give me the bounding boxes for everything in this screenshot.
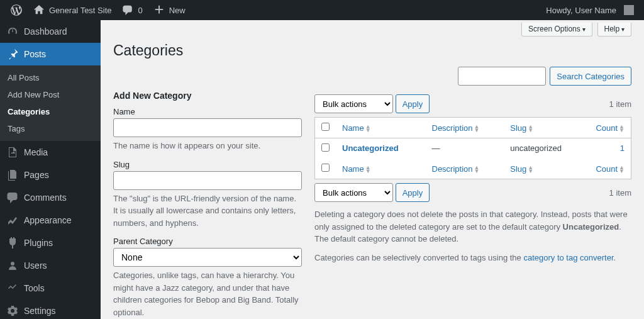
- new-label: New: [169, 6, 186, 15]
- apply-button-bottom[interactable]: Apply: [396, 183, 430, 202]
- sort-icon: ▲▼: [474, 165, 480, 173]
- search-categories-button[interactable]: Search Categories: [550, 67, 631, 86]
- sort-icon: ▲▼: [619, 165, 625, 173]
- parent-select[interactable]: None: [113, 248, 302, 267]
- col-slug[interactable]: Slug▲▼: [510, 123, 533, 133]
- admin-bar: General Test Site 0 New Howdy, User Name: [0, 0, 644, 20]
- row-slug: uncategorized: [504, 138, 587, 159]
- col-slug-foot[interactable]: Slug▲▼: [510, 164, 533, 174]
- slug-input[interactable]: [113, 171, 302, 190]
- sidebar-item-label: Settings: [24, 306, 56, 316]
- sidebar-item-dashboard[interactable]: Dashboard: [0, 20, 101, 43]
- wordpress-icon: [10, 4, 23, 16]
- page-title: Categories: [113, 36, 631, 62]
- row-description: —: [426, 138, 504, 159]
- slug-help: The "slug" is the URL-friendly version o…: [113, 193, 302, 230]
- row-name-link[interactable]: Uncategorized: [342, 143, 399, 153]
- bulk-actions-top[interactable]: Bulk actions: [314, 94, 393, 113]
- help-button[interactable]: Help: [597, 23, 631, 36]
- admin-sidebar: Dashboard Posts All Posts Add New Post C…: [0, 20, 101, 319]
- sort-icon: ▲▼: [365, 165, 371, 173]
- sidebar-item-label: Appearance: [24, 215, 72, 225]
- pin-icon: [6, 48, 19, 60]
- sidebar-item-appearance[interactable]: Appearance: [0, 209, 101, 232]
- apply-button-top[interactable]: Apply: [396, 94, 430, 113]
- sidebar-item-media[interactable]: Media: [0, 141, 101, 164]
- bulk-actions-bottom[interactable]: Bulk actions: [314, 183, 393, 202]
- sidebar-item-posts[interactable]: Posts: [0, 43, 101, 65]
- wp-logo[interactable]: [5, 0, 28, 20]
- submenu-add-new-post[interactable]: Add New Post: [0, 86, 101, 103]
- row-checkbox[interactable]: [321, 143, 330, 152]
- sidebar-item-users[interactable]: Users: [0, 254, 101, 277]
- col-name[interactable]: Name▲▼: [342, 123, 371, 133]
- plugins-icon: [6, 237, 19, 249]
- table-row: Uncategorized — uncategorized 1: [315, 138, 631, 159]
- sidebar-item-tools[interactable]: Tools: [0, 277, 101, 299]
- screen-options-button[interactable]: Screen Options: [521, 23, 592, 36]
- comments-link[interactable]: 0: [116, 0, 147, 20]
- items-count-bottom: 1 item: [609, 188, 631, 198]
- name-help: The name is how it appears on your site.: [113, 140, 302, 152]
- select-all-bottom[interactable]: [321, 164, 330, 172]
- parent-label: Parent Category: [113, 237, 302, 246]
- comments-count: 0: [138, 6, 142, 15]
- sidebar-item-label: Posts: [24, 49, 46, 59]
- comments-icon: [6, 191, 19, 204]
- submenu-categories[interactable]: Categories: [0, 103, 101, 120]
- sidebar-item-label: Plugins: [24, 238, 53, 248]
- sidebar-item-label: Pages: [24, 170, 49, 180]
- howdy-link[interactable]: Howdy, User Name: [541, 0, 639, 20]
- col-description[interactable]: Description▲▼: [432, 123, 480, 133]
- sort-icon: ▲▼: [528, 165, 533, 173]
- footer-notes: Deleting a category does not delete the …: [314, 208, 631, 264]
- sidebar-item-settings[interactable]: Settings: [0, 299, 101, 319]
- sort-icon: ▲▼: [619, 125, 625, 132]
- sidebar-item-label: Dashboard: [24, 26, 67, 36]
- sort-icon: ▲▼: [528, 125, 533, 132]
- tools-icon: [6, 282, 19, 294]
- add-new-category-heading: Add New Category: [113, 91, 302, 101]
- parent-help: Categories, unlike tags, can have a hier…: [113, 269, 302, 318]
- row-count-link[interactable]: 1: [620, 143, 625, 153]
- new-link[interactable]: New: [148, 0, 191, 20]
- site-name-link[interactable]: General Test Site: [28, 0, 116, 20]
- sidebar-item-pages[interactable]: Pages: [0, 164, 101, 186]
- col-count-foot[interactable]: Count▲▼: [596, 164, 625, 174]
- name-input[interactable]: [113, 118, 302, 137]
- appearance-icon: [6, 214, 19, 227]
- sort-icon: ▲▼: [365, 125, 371, 132]
- sidebar-item-comments[interactable]: Comments: [0, 186, 101, 209]
- comment-icon: [121, 4, 134, 16]
- sidebar-item-label: Users: [24, 260, 47, 271]
- users-icon: [6, 259, 19, 272]
- dashboard-icon: [6, 25, 19, 38]
- howdy-text: Howdy, User Name: [546, 6, 616, 15]
- submenu-posts: All Posts Add New Post Categories Tags: [0, 65, 101, 141]
- sidebar-item-label: Comments: [24, 193, 67, 203]
- col-count[interactable]: Count▲▼: [596, 123, 625, 133]
- settings-icon: [6, 305, 19, 317]
- slug-label: Slug: [113, 160, 302, 169]
- items-count-top: 1 item: [609, 99, 631, 109]
- sidebar-item-label: Tools: [24, 283, 45, 293]
- sort-icon: ▲▼: [474, 125, 480, 132]
- submenu-all-posts[interactable]: All Posts: [0, 69, 101, 86]
- col-description-foot[interactable]: Description▲▼: [432, 164, 480, 174]
- avatar: [624, 5, 634, 15]
- select-all-top[interactable]: [321, 123, 330, 131]
- site-name: General Test Site: [49, 6, 111, 15]
- home-icon: [33, 4, 45, 16]
- plus-icon: [153, 4, 165, 16]
- media-icon: [6, 146, 19, 159]
- category-to-tag-converter-link[interactable]: category to tag converter: [523, 253, 613, 262]
- sidebar-item-label: Media: [24, 147, 48, 157]
- name-label: Name: [113, 107, 302, 116]
- sidebar-item-plugins[interactable]: Plugins: [0, 232, 101, 254]
- search-input[interactable]: [458, 67, 546, 86]
- pages-icon: [6, 169, 19, 181]
- submenu-tags[interactable]: Tags: [0, 120, 101, 137]
- categories-table: Name▲▼ Description▲▼ Slug▲▼ Count▲▼ Unca…: [314, 117, 631, 179]
- col-name-foot[interactable]: Name▲▼: [342, 164, 371, 174]
